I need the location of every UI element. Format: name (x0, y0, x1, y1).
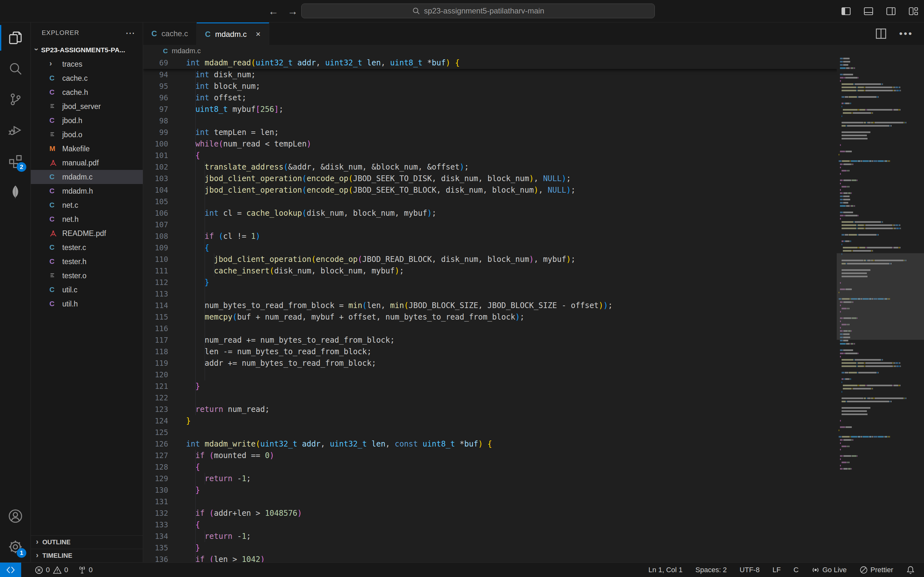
activity-item-search[interactable] (0, 53, 31, 84)
code-line[interactable]: 118 len -= num_bytes_to_read_from_block; (143, 346, 836, 358)
code-line[interactable]: 136 if (len > 1042) (143, 554, 836, 562)
code-line[interactable]: 108 if (cl != 1) (143, 230, 836, 242)
code-line[interactable]: 107 (143, 219, 836, 230)
tab-mdadm.c[interactable]: Cmdadm.c× (197, 23, 269, 45)
toggle-primary-sidebar-icon[interactable] (841, 6, 851, 16)
status-eol[interactable]: LF (772, 566, 781, 574)
code-line[interactable]: 106 int cl = cache_lookup(disk_num, bloc… (143, 207, 836, 219)
file-row-README.pdf[interactable]: README.pdf (31, 226, 143, 240)
file-row-tester.c[interactable]: Ctester.c (31, 240, 143, 255)
nav-back-icon[interactable]: ← (268, 5, 278, 17)
code-line[interactable]: 129 return -1; (143, 473, 836, 484)
code-line[interactable]: 103 jbod_client_operation(encode_op(JBOD… (143, 173, 836, 184)
toggle-panel-icon[interactable] (863, 6, 874, 16)
minimap-slider[interactable] (837, 253, 924, 340)
sidebar-section-timeline[interactable]: ›TIMELINE (31, 549, 143, 562)
code-line[interactable]: 101 { (143, 150, 836, 161)
command-center-search[interactable]: sp23-assignment5-patilatharv-main (301, 3, 655, 18)
split-editor-icon[interactable] (875, 28, 887, 39)
sticky-code-line[interactable]: 69int mdadm_read(uint32_t addr, uint32_t… (143, 57, 924, 69)
code-line[interactable]: 131 (143, 496, 836, 508)
file-row-net.h[interactable]: Cnet.h (31, 212, 143, 226)
code-line[interactable]: 97 uint8_t mybuf[256]; (143, 103, 836, 115)
code-line[interactable]: 96 int offset; (143, 92, 836, 103)
file-row-mdadm.h[interactable]: Cmdadm.h (31, 184, 143, 198)
code-line[interactable]: 98 (143, 115, 836, 127)
file-row-Makefile[interactable]: MMakefile (31, 142, 143, 156)
activity-item-settings[interactable]: 1 (0, 532, 31, 562)
code-line[interactable]: 134 return -1; (143, 530, 836, 542)
status-language-mode[interactable]: C (793, 566, 798, 574)
activity-item-explorer[interactable] (0, 23, 31, 53)
status-warning[interactable]: 0 (53, 566, 68, 574)
sticky-scroll-line[interactable]: 69int mdadm_read(uint32_t addr, uint32_t… (143, 57, 924, 69)
file-row-jbod.h[interactable]: Cjbod.h (31, 113, 143, 127)
activity-item-run-debug[interactable] (0, 115, 31, 145)
editor-more-actions-icon[interactable]: ••• (899, 28, 913, 39)
file-row-tester.o[interactable]: tester.o (31, 269, 143, 283)
code-editor[interactable]: 69int mdadm_read(uint32_t addr, uint32_t… (143, 57, 924, 562)
breadcrumb[interactable]: C mdadm.c (143, 45, 924, 57)
tab-cache.c[interactable]: Ccache.c (143, 23, 197, 45)
code-line[interactable]: 113 (143, 288, 836, 300)
code-line[interactable]: 99 int tempLen = len; (143, 127, 836, 138)
code-line[interactable]: 130 } (143, 484, 836, 496)
status-cursor-position[interactable]: Ln 1, Col 1 (648, 566, 682, 574)
code-line[interactable]: 135 } (143, 542, 836, 554)
code-line[interactable]: 133 { (143, 519, 836, 530)
activity-item-source-control[interactable] (0, 84, 31, 115)
file-row-traces[interactable]: ›traces (31, 57, 143, 71)
code-line[interactable]: 128 { (143, 461, 836, 473)
code-line[interactable]: 120 (143, 369, 836, 380)
file-row-cache.h[interactable]: Ccache.h (31, 85, 143, 99)
activity-item-mongodb[interactable] (0, 176, 31, 207)
code-line[interactable]: 109 { (143, 242, 836, 253)
status-indentation[interactable]: Spaces: 2 (696, 566, 727, 574)
activity-item-account[interactable] (0, 501, 31, 532)
status-notifications[interactable] (906, 566, 915, 574)
status-prettier[interactable]: Prettier (859, 566, 893, 574)
sidebar-section-outline[interactable]: ›OUTLINE (31, 535, 143, 549)
code-line[interactable]: 95 int block_num; (143, 81, 836, 92)
code-line[interactable]: 94 int disk_num; (143, 69, 836, 81)
remote-indicator[interactable] (0, 562, 21, 577)
file-row-net.c[interactable]: Cnet.c (31, 198, 143, 212)
minimap[interactable] (837, 57, 924, 562)
code-line[interactable]: 124} (143, 415, 836, 427)
code-line[interactable]: 114 num_bytes_to_read_from_block = min(l… (143, 300, 836, 311)
code-line[interactable]: 100 while(num_read < tempLen) (143, 138, 836, 150)
status-error[interactable]: 0 (35, 566, 50, 574)
file-row-mdadm.c[interactable]: Cmdadm.c (31, 170, 143, 184)
file-row-tester.h[interactable]: Ctester.h (31, 255, 143, 269)
customize-layout-icon[interactable] (908, 6, 919, 16)
code-line[interactable]: 105 (143, 196, 836, 207)
code-line[interactable]: 123 return num_read; (143, 404, 836, 415)
status-encoding[interactable]: UTF-8 (740, 566, 759, 574)
status-ports[interactable]: 0 (78, 566, 93, 574)
code-line[interactable]: 125 (143, 427, 836, 438)
code-line[interactable]: 119 addr += num_bytes_to_read_from_block… (143, 358, 836, 369)
code-line[interactable]: 111 cache_insert(disk_num, block_num, my… (143, 265, 836, 277)
code-line[interactable]: 115 memcpy(buf + num_read, mybuf + offse… (143, 311, 836, 323)
code-line[interactable]: 127 if (mounted == 0) (143, 450, 836, 461)
explorer-more-actions-icon[interactable]: ⋯ (126, 27, 135, 39)
close-icon[interactable]: × (256, 29, 260, 39)
code-line[interactable]: 102 translate_address(&addr, &disk_num, … (143, 161, 836, 173)
file-row-jbod.o[interactable]: jbod.o (31, 127, 143, 142)
code-line[interactable]: 117 num_read += num_bytes_to_read_from_b… (143, 334, 836, 346)
code-line[interactable]: 112 } (143, 277, 836, 288)
project-root-row[interactable]: › SP23-ASSIGNMENT5-PA... (31, 43, 143, 57)
file-row-cache.c[interactable]: Ccache.c (31, 71, 143, 85)
nav-forward-icon[interactable]: → (288, 5, 298, 17)
code-line[interactable]: 132 if (addr+len > 1048576) (143, 508, 836, 519)
activity-item-extensions[interactable]: 2 (0, 145, 31, 176)
code-line[interactable]: 116 (143, 323, 836, 334)
file-row-manual.pdf[interactable]: manual.pdf (31, 156, 143, 170)
file-row-util.h[interactable]: Cutil.h (31, 297, 143, 311)
code-line[interactable]: 110 jbod_client_operation(encode_op(JBOD… (143, 253, 836, 265)
code-line[interactable]: 126int mdadm_write(uint32_t addr, uint32… (143, 438, 836, 450)
code-line[interactable]: 104 jbod_client_operation(encode_op(JBOD… (143, 184, 836, 196)
toggle-secondary-sidebar-icon[interactable] (885, 6, 897, 16)
file-row-jbod_server[interactable]: jbod_server (31, 99, 143, 113)
code-line[interactable]: 122 (143, 392, 836, 404)
